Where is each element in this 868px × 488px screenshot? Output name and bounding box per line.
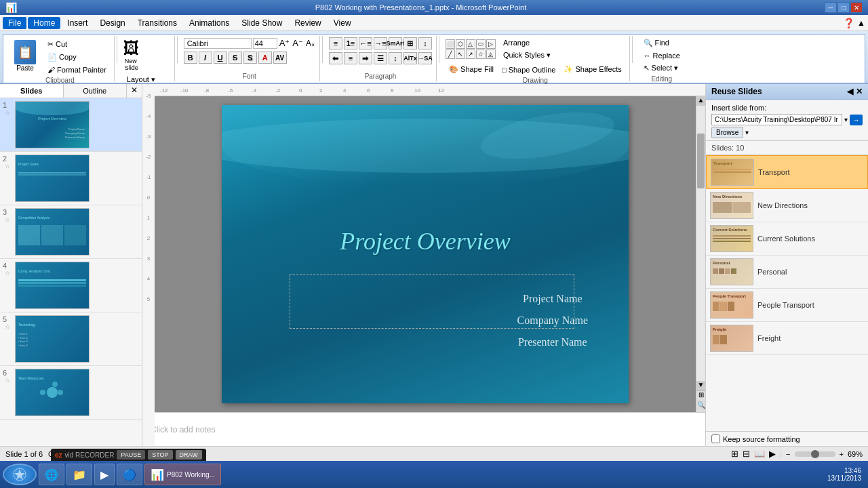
browse-button[interactable]: Browse xyxy=(711,127,743,138)
clear-format-button[interactable]: Aₓ xyxy=(305,38,315,49)
shape-btn-2[interactable]: ⬡ xyxy=(456,39,465,49)
shape-fill-button[interactable]: 🎨 Shape Fill xyxy=(446,64,497,75)
zoom-in-button[interactable]: + xyxy=(840,450,844,458)
slide-thumb-1[interactable]: Project Overview Project NameCompany Nam… xyxy=(15,101,90,148)
reuse-dropdown-icon[interactable]: ▾ xyxy=(844,116,848,123)
reuse-slide-freight[interactable]: Freight Freight xyxy=(706,322,868,355)
slide-thumb-6[interactable]: Team Resources xyxy=(15,369,90,416)
menu-slideshow[interactable]: Slide Show xyxy=(236,17,288,29)
slide-item-3[interactable]: 3 ☆ Competitive Analysis xyxy=(0,205,142,259)
find-button[interactable]: 🔍 Find xyxy=(640,37,673,49)
menu-file[interactable]: File xyxy=(3,17,26,29)
keep-source-label[interactable]: Keep source formatting xyxy=(723,435,800,443)
zoom-in-button[interactable]: 🔍 xyxy=(696,401,705,412)
slide-canvas-wrapper[interactable]: Project Overview Project Name Company Na… xyxy=(155,96,696,412)
ribbon-minimize-icon[interactable]: ▲ xyxy=(857,18,865,28)
taskbar-ie[interactable]: 🌐 xyxy=(39,464,64,485)
align-left-button[interactable]: ⬅ xyxy=(329,52,342,64)
select-button[interactable]: ↖ Select ▾ xyxy=(640,62,682,74)
smartart-button[interactable]: SmArt xyxy=(389,37,402,49)
replace-button[interactable]: ↔ Replace xyxy=(640,50,684,61)
reuse-panel-back-button[interactable]: ◀ xyxy=(847,87,853,96)
slide-thumb-4[interactable]: Comp. Analysis Cont. xyxy=(15,262,90,309)
shape-btn-7[interactable]: ↖ xyxy=(456,49,465,59)
font-family-input[interactable] xyxy=(184,38,252,49)
underline-button[interactable]: U xyxy=(214,52,227,64)
copy-button[interactable]: 📄 Copy xyxy=(44,52,110,63)
shape-outline-button[interactable]: □ Shape Outline xyxy=(498,64,559,75)
notes-placeholder[interactable]: Click to add notes xyxy=(151,425,215,434)
slide-subtitle[interactable]: Project Name Company Name Presenter Name xyxy=(517,288,588,353)
notes-area[interactable]: Click to add notes xyxy=(142,412,705,446)
align-center-button[interactable]: ≡ xyxy=(344,52,357,64)
bold-button[interactable]: B xyxy=(184,52,197,64)
shape-btn-9[interactable]: ☆ xyxy=(476,49,486,59)
zoom-slider[interactable] xyxy=(795,451,835,457)
slide-thumb-2[interactable]: Project Goals xyxy=(15,155,90,202)
menu-design[interactable]: Design xyxy=(94,17,130,29)
arrange-button[interactable]: Arrange xyxy=(500,37,554,48)
reuse-slide-people-transport[interactable]: People Transport People Transport xyxy=(706,289,868,322)
slides-tab[interactable]: Slides xyxy=(0,84,64,98)
shape-btn-10[interactable]: ◬ xyxy=(486,49,496,59)
slide-item-2[interactable]: 2 ☆ Project Goals xyxy=(0,152,142,205)
zoom-level[interactable]: 69% xyxy=(848,450,863,458)
slide-thumb-5[interactable]: Technology • Item 1• Item 2• Item 3• Ite… xyxy=(15,315,90,363)
normal-view-button[interactable]: ⊞ xyxy=(731,449,738,459)
convert-smartart-button[interactable]: →SA xyxy=(418,52,432,64)
taskbar-explorer[interactable]: 📁 xyxy=(66,464,92,485)
shape-btn-4[interactable]: ⬭ xyxy=(476,39,486,49)
slide-item-1[interactable]: 1 ☆ Project Overview Project NameCompany… xyxy=(0,98,142,152)
shadow-button[interactable]: S xyxy=(243,52,257,64)
menu-review[interactable]: Review xyxy=(289,17,326,29)
reuse-path-input[interactable] xyxy=(711,114,842,125)
keep-source-checkbox[interactable] xyxy=(711,434,720,443)
paste-button[interactable]: 📋 Paste xyxy=(10,39,40,73)
increase-font-button[interactable]: A⁺ xyxy=(279,37,291,49)
scroll-up-button[interactable]: ▲ xyxy=(696,96,705,106)
reuse-slide-transport[interactable]: Transport Transport xyxy=(706,155,868,189)
format-painter-button[interactable]: 🖌 Format Painter xyxy=(44,64,110,75)
font-size-input[interactable] xyxy=(253,38,277,49)
zoom-out-button[interactable]: − xyxy=(786,450,790,458)
shape-btn-1[interactable]: ⬜ xyxy=(446,39,455,49)
taskbar-chrome[interactable]: 🔵 xyxy=(117,464,142,485)
slide-sorter-button[interactable]: ⊟ xyxy=(743,449,750,459)
scroll-thumb[interactable] xyxy=(697,134,705,188)
align-justify-button[interactable]: ☰ xyxy=(374,52,387,64)
close-button[interactable]: ✕ xyxy=(850,2,863,13)
ezvid-draw-button[interactable]: DRAW xyxy=(176,450,202,460)
help-icon[interactable]: ❓ xyxy=(843,18,854,28)
menu-transitions[interactable]: Transitions xyxy=(132,17,182,29)
shape-btn-3[interactable]: △ xyxy=(466,39,475,49)
slide-panel-close-button[interactable]: ✕ xyxy=(127,84,142,98)
reuse-go-button[interactable]: → xyxy=(850,115,863,125)
start-button[interactable] xyxy=(3,464,37,485)
minimize-button[interactable]: ─ xyxy=(825,2,837,13)
zoom-fit-button[interactable]: ⊞ xyxy=(696,390,705,401)
italic-button[interactable]: I xyxy=(199,52,212,64)
char-spacing-button[interactable]: AV xyxy=(273,52,287,64)
slide-item-5[interactable]: 5 ☆ Technology • Item 1• Item 2• Item 3•… xyxy=(0,312,142,366)
align-right-button[interactable]: ➡ xyxy=(359,52,372,64)
align-text-button[interactable]: AlTx xyxy=(403,52,417,64)
slide-item-6[interactable]: 6 ☆ Team Resources xyxy=(0,366,142,420)
shape-effects-button[interactable]: ✨ Shape Effects xyxy=(560,64,625,75)
menu-home[interactable]: Home xyxy=(28,17,60,29)
maximize-button[interactable]: □ xyxy=(837,2,850,13)
slide-item-4[interactable]: 4 ☆ Comp. Analysis Cont. xyxy=(0,259,142,312)
columns-button[interactable]: ⊞ xyxy=(403,37,417,49)
strikethrough-button[interactable]: S xyxy=(229,52,242,64)
shape-btn-8[interactable]: ↗ xyxy=(466,49,475,59)
ezvid-pause-button[interactable]: PAUSE xyxy=(117,450,145,460)
shape-btn-6[interactable]: ╱ xyxy=(446,49,455,59)
outline-tab[interactable]: Outline xyxy=(64,84,127,98)
decrease-font-button[interactable]: A⁻ xyxy=(292,37,304,49)
slide-canvas[interactable]: Project Overview Project Name Company Na… xyxy=(222,105,629,403)
taskbar-media[interactable]: ▶ xyxy=(94,464,115,485)
cut-button[interactable]: ✂ Cut xyxy=(44,39,110,50)
scroll-down-button[interactable]: ▼ xyxy=(696,381,705,390)
reading-view-button[interactable]: 📖 xyxy=(754,449,765,459)
taskbar-powerpoint[interactable]: 📊 P802 Working... xyxy=(144,464,221,485)
menu-view[interactable]: View xyxy=(328,17,357,29)
